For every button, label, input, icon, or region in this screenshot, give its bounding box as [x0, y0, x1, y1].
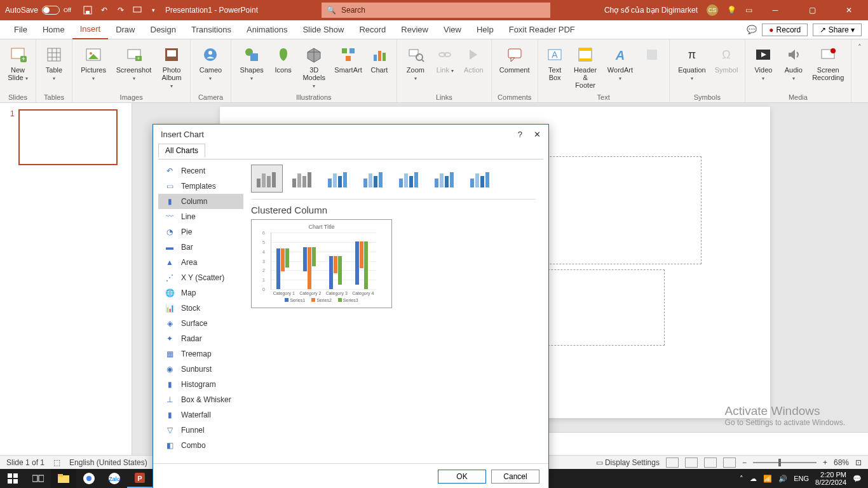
chart-category-pie[interactable]: ◔Pie: [158, 224, 243, 240]
ribbon-comment[interactable]: Comment: [496, 42, 534, 92]
clock[interactable]: 2:20 PM 8/22/2024: [815, 471, 846, 486]
share-button[interactable]: ↗ Share ▾: [813, 24, 862, 36]
display-settings[interactable]: ▭ Display Settings: [596, 458, 660, 467]
record-button[interactable]: ●Record: [762, 24, 808, 36]
column-subtype-2[interactable]: [322, 165, 354, 193]
column-subtype-6[interactable]: [465, 165, 496, 193]
ribbon-wordart[interactable]: AWordArt ▾: [602, 42, 637, 92]
ribbon-audio[interactable]: Audio ▾: [779, 42, 808, 92]
chart-category-area[interactable]: ▲Area: [158, 255, 243, 270]
normal-view-icon[interactable]: [666, 458, 679, 468]
user-avatar[interactable]: CS: [707, 4, 718, 16]
notifications-icon[interactable]: 💬: [853, 475, 862, 483]
chart-category-combo[interactable]: ◧Combo: [158, 438, 243, 453]
autosave-toggle[interactable]: AutoSave Off: [0, 6, 76, 15]
zoom-in-button[interactable]: +: [823, 458, 827, 467]
minimize-button[interactable]: ─: [761, 0, 789, 20]
ok-button[interactable]: OK: [438, 470, 486, 484]
tab-animations[interactable]: Animations: [239, 20, 295, 39]
ribbon-table[interactable]: Table ▾: [40, 42, 68, 92]
ribbon-header-&-footer[interactable]: Header& Footer: [569, 42, 602, 92]
ribbon-new-slide[interactable]: +NewSlide ▾: [4, 42, 32, 92]
ribbon-zoom[interactable]: Zoom ▾: [401, 42, 430, 92]
ribbon-3d-models[interactable]: 3DModels ▾: [297, 42, 330, 92]
close-button[interactable]: ✕: [835, 0, 863, 20]
customize-qat-icon[interactable]: ▾: [149, 5, 159, 15]
zoom-slider[interactable]: [753, 462, 817, 463]
column-subtype-3[interactable]: [358, 165, 390, 193]
tab-foxit[interactable]: Foxit Reader PDF: [501, 20, 583, 39]
chart-category-treemap[interactable]: ▦Treemap: [158, 346, 243, 362]
ribbon-photo-album[interactable]: PhotoAlbum ▾: [157, 42, 187, 92]
ribbon-text-box[interactable]: ATextBox: [542, 42, 568, 92]
dialog-close-button[interactable]: ✕: [534, 130, 541, 139]
account-text[interactable]: Chợ số của bạn Digimarket: [604, 6, 698, 15]
onedrive-icon[interactable]: ☁: [750, 475, 757, 483]
ribbon-cameo[interactable]: Cameo ▾: [194, 42, 226, 92]
chart-category-recent[interactable]: ↶Recent: [158, 163, 243, 179]
chart-category-stock[interactable]: 📊Stock: [158, 301, 243, 316]
dialog-titlebar[interactable]: Insert Chart ? ✕: [153, 125, 548, 144]
slideshow-view-icon[interactable]: [723, 458, 736, 468]
tab-review[interactable]: Review: [393, 20, 436, 39]
chart-category-map[interactable]: 🌐Map: [158, 285, 243, 301]
comments-icon[interactable]: 💬: [747, 25, 757, 34]
chart-category-waterfall[interactable]: ▮Waterfall: [158, 407, 243, 423]
powerpoint-taskbar-icon[interactable]: P: [127, 469, 153, 488]
chart-category-templates[interactable]: ▭Templates: [158, 179, 243, 194]
wifi-icon[interactable]: 📶: [763, 475, 772, 483]
chart-category-funnel[interactable]: ▽Funnel: [158, 423, 243, 438]
start-button[interactable]: [0, 469, 25, 488]
zoom-percent[interactable]: 68%: [834, 458, 849, 467]
chart-category-histogram[interactable]: ▮Histogram: [158, 377, 243, 392]
task-view-icon[interactable]: [25, 469, 51, 488]
ribbon-shapes[interactable]: Shapes ▾: [235, 42, 269, 92]
cancel-button[interactable]: Cancel: [491, 470, 539, 484]
search-box[interactable]: 🔍 Search: [322, 3, 550, 18]
ribbon-screenshot[interactable]: +Screenshot ▾: [112, 42, 156, 92]
volume-icon[interactable]: 🔊: [778, 475, 787, 483]
language-status[interactable]: English (United States): [69, 458, 147, 467]
file-explorer-icon[interactable]: [51, 469, 76, 488]
tab-transitions[interactable]: Transitions: [184, 20, 239, 39]
tab-draw[interactable]: Draw: [108, 20, 142, 39]
chart-category-boxwhisker[interactable]: ⊥Box & Whisker: [158, 392, 243, 407]
chart-preview-thumbnail[interactable]: Chart Title 0123456 Category 1Category 2…: [251, 219, 392, 308]
ribbon-pictures[interactable]: Pictures ▾: [76, 42, 111, 92]
ribbon-display-icon[interactable]: ▭: [745, 6, 752, 15]
tray-chevron-icon[interactable]: ˄: [740, 475, 743, 483]
chart-category-sunburst[interactable]: ◉Sunburst: [158, 362, 243, 377]
ribbon-screen-recording[interactable]: ScreenRecording: [809, 42, 847, 92]
language-indicator[interactable]: ENG: [794, 475, 809, 482]
chart-category-radar[interactable]: ✦Radar: [158, 331, 243, 346]
collapse-ribbon-icon[interactable]: ˄: [851, 39, 868, 102]
undo-icon[interactable]: ↶: [99, 5, 109, 15]
dialog-help-button[interactable]: ?: [518, 130, 522, 139]
column-subtype-0[interactable]: [251, 165, 283, 193]
tab-help[interactable]: Help: [469, 20, 501, 39]
chart-category-line[interactable]: 〰Line: [158, 209, 243, 224]
ribbon-chart[interactable]: Chart: [366, 42, 393, 92]
tab-design[interactable]: Design: [143, 20, 184, 39]
zalo-icon[interactable]: Zalo: [102, 469, 127, 488]
chart-category-surface[interactable]: ◈Surface: [158, 316, 243, 331]
tab-slideshow[interactable]: Slide Show: [295, 20, 351, 39]
ribbon-smartart[interactable]: SmartArt: [332, 42, 365, 92]
maximize-button[interactable]: ▢: [798, 0, 826, 20]
redo-icon[interactable]: ↷: [116, 5, 126, 15]
ribbon-icons[interactable]: Icons: [270, 42, 297, 92]
chart-category-xyscatter[interactable]: ⋰X Y (Scatter): [158, 270, 243, 285]
ribbon-[interactable]: [639, 42, 665, 92]
tab-home[interactable]: Home: [35, 20, 72, 39]
column-subtype-5[interactable]: [429, 165, 461, 193]
save-icon[interactable]: [83, 5, 93, 15]
column-subtype-1[interactable]: [287, 165, 318, 193]
present-icon[interactable]: [132, 5, 142, 15]
tab-record[interactable]: Record: [351, 20, 393, 39]
tab-file[interactable]: File: [6, 20, 35, 39]
tab-insert[interactable]: Insert: [72, 20, 109, 39]
tab-all-charts[interactable]: All Charts: [158, 144, 205, 157]
reading-view-icon[interactable]: [704, 458, 717, 468]
column-subtype-4[interactable]: [393, 165, 425, 193]
accessibility-icon[interactable]: ⬚: [53, 458, 60, 467]
